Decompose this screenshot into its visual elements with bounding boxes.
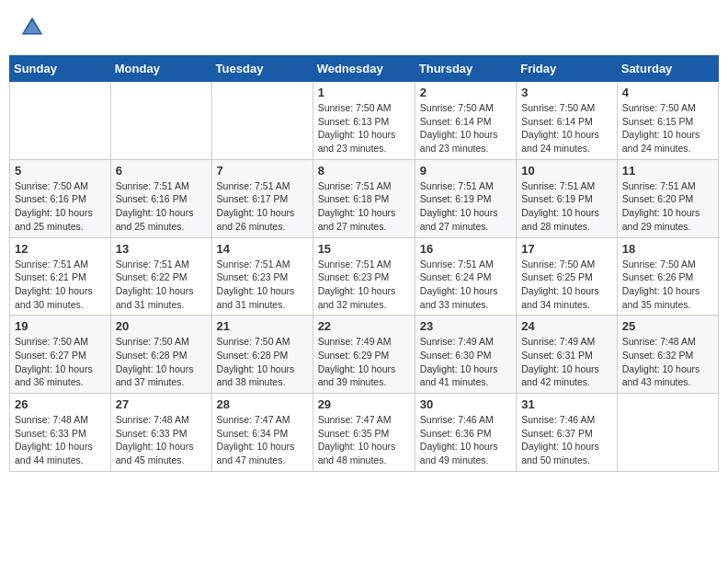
day-number: 15 <box>318 242 410 256</box>
logo-icon <box>18 14 46 41</box>
day-info: Sunrise: 7:49 AM Sunset: 6:31 PM Dayligh… <box>521 335 612 389</box>
calendar-cell: 17Sunrise: 7:50 AM Sunset: 6:25 PM Dayli… <box>517 237 618 316</box>
calendar-cell: 18Sunrise: 7:50 AM Sunset: 6:26 PM Dayli… <box>617 237 718 316</box>
calendar-week-4: 19Sunrise: 7:50 AM Sunset: 6:27 PM Dayli… <box>10 316 719 394</box>
column-header-friday: Friday <box>517 56 618 82</box>
day-number: 12 <box>15 242 106 256</box>
calendar-week-3: 12Sunrise: 7:51 AM Sunset: 6:21 PM Dayli… <box>10 237 719 316</box>
day-info: Sunrise: 7:50 AM Sunset: 6:28 PM Dayligh… <box>116 335 207 389</box>
day-number: 28 <box>217 397 308 411</box>
calendar-cell: 4Sunrise: 7:50 AM Sunset: 6:15 PM Daylig… <box>617 82 718 160</box>
day-info: Sunrise: 7:48 AM Sunset: 6:32 PM Dayligh… <box>622 335 713 389</box>
day-number: 13 <box>116 242 207 256</box>
day-number: 9 <box>420 164 511 178</box>
calendar-week-1: 1Sunrise: 7:50 AM Sunset: 6:13 PM Daylig… <box>10 82 719 160</box>
day-info: Sunrise: 7:51 AM Sunset: 6:19 PM Dayligh… <box>521 179 612 234</box>
day-info: Sunrise: 7:48 AM Sunset: 6:33 PM Dayligh… <box>15 413 106 467</box>
calendar-cell: 25Sunrise: 7:48 AM Sunset: 6:32 PM Dayli… <box>617 316 718 394</box>
logo <box>18 14 50 41</box>
calendar-cell <box>211 82 313 160</box>
calendar-cell: 15Sunrise: 7:51 AM Sunset: 6:23 PM Dayli… <box>313 237 415 316</box>
column-header-wednesday: Wednesday <box>313 56 415 82</box>
day-number: 16 <box>420 242 511 256</box>
day-number: 24 <box>521 319 612 333</box>
day-info: Sunrise: 7:50 AM Sunset: 6:15 PM Dayligh… <box>622 101 713 155</box>
calendar-header-row: SundayMondayTuesdayWednesdayThursdayFrid… <box>10 56 719 82</box>
calendar-cell <box>110 82 211 160</box>
calendar-cell: 19Sunrise: 7:50 AM Sunset: 6:27 PM Dayli… <box>10 316 111 394</box>
day-info: Sunrise: 7:47 AM Sunset: 6:34 PM Dayligh… <box>217 413 308 467</box>
day-number: 3 <box>521 86 612 99</box>
day-info: Sunrise: 7:51 AM Sunset: 6:19 PM Dayligh… <box>420 179 511 234</box>
calendar-cell: 28Sunrise: 7:47 AM Sunset: 6:34 PM Dayli… <box>211 394 313 472</box>
day-number: 21 <box>217 319 308 333</box>
column-header-sunday: Sunday <box>10 56 111 82</box>
day-number: 26 <box>15 397 106 411</box>
day-info: Sunrise: 7:50 AM Sunset: 6:14 PM Dayligh… <box>521 101 612 155</box>
day-number: 30 <box>420 397 511 411</box>
day-info: Sunrise: 7:48 AM Sunset: 6:33 PM Dayligh… <box>116 413 207 467</box>
calendar-cell: 3Sunrise: 7:50 AM Sunset: 6:14 PM Daylig… <box>517 82 618 160</box>
calendar-cell: 21Sunrise: 7:50 AM Sunset: 6:28 PM Dayli… <box>211 316 313 394</box>
column-header-thursday: Thursday <box>415 56 516 82</box>
day-info: Sunrise: 7:51 AM Sunset: 6:21 PM Dayligh… <box>15 258 106 312</box>
calendar-cell <box>10 82 111 160</box>
day-info: Sunrise: 7:50 AM Sunset: 6:27 PM Dayligh… <box>15 335 106 389</box>
calendar-cell: 27Sunrise: 7:48 AM Sunset: 6:33 PM Dayli… <box>110 394 211 472</box>
day-number: 1 <box>318 86 410 99</box>
calendar-cell: 30Sunrise: 7:46 AM Sunset: 6:36 PM Dayli… <box>415 394 516 472</box>
day-info: Sunrise: 7:51 AM Sunset: 6:16 PM Dayligh… <box>116 179 207 234</box>
calendar-cell: 14Sunrise: 7:51 AM Sunset: 6:23 PM Dayli… <box>211 237 313 316</box>
day-info: Sunrise: 7:51 AM Sunset: 6:23 PM Dayligh… <box>217 258 308 312</box>
day-number: 22 <box>318 319 410 333</box>
calendar-cell: 12Sunrise: 7:51 AM Sunset: 6:21 PM Dayli… <box>10 237 111 316</box>
calendar-cell: 7Sunrise: 7:51 AM Sunset: 6:17 PM Daylig… <box>211 159 313 237</box>
calendar-cell: 16Sunrise: 7:51 AM Sunset: 6:24 PM Dayli… <box>415 237 516 316</box>
calendar: SundayMondayTuesdayWednesdayThursdayFrid… <box>9 55 719 472</box>
calendar-cell: 1Sunrise: 7:50 AM Sunset: 6:13 PM Daylig… <box>313 82 415 160</box>
calendar-week-2: 5Sunrise: 7:50 AM Sunset: 6:16 PM Daylig… <box>10 159 719 237</box>
calendar-week-5: 26Sunrise: 7:48 AM Sunset: 6:33 PM Dayli… <box>10 394 719 472</box>
calendar-cell: 13Sunrise: 7:51 AM Sunset: 6:22 PM Dayli… <box>110 237 211 316</box>
day-number: 18 <box>622 242 713 256</box>
day-number: 20 <box>116 319 207 333</box>
calendar-cell: 29Sunrise: 7:47 AM Sunset: 6:35 PM Dayli… <box>313 394 415 472</box>
day-info: Sunrise: 7:46 AM Sunset: 6:36 PM Dayligh… <box>420 413 511 467</box>
day-info: Sunrise: 7:50 AM Sunset: 6:13 PM Dayligh… <box>318 101 410 155</box>
column-header-tuesday: Tuesday <box>211 56 313 82</box>
day-info: Sunrise: 7:51 AM Sunset: 6:17 PM Dayligh… <box>217 179 308 234</box>
day-info: Sunrise: 7:51 AM Sunset: 6:18 PM Dayligh… <box>318 179 410 234</box>
day-info: Sunrise: 7:51 AM Sunset: 6:24 PM Dayligh… <box>420 258 511 312</box>
day-info: Sunrise: 7:49 AM Sunset: 6:30 PM Dayligh… <box>420 335 511 389</box>
day-number: 10 <box>521 164 612 178</box>
day-number: 31 <box>521 397 612 411</box>
calendar-cell: 26Sunrise: 7:48 AM Sunset: 6:33 PM Dayli… <box>10 394 111 472</box>
column-header-saturday: Saturday <box>617 56 718 82</box>
day-info: Sunrise: 7:50 AM Sunset: 6:26 PM Dayligh… <box>622 258 713 312</box>
calendar-cell: 24Sunrise: 7:49 AM Sunset: 6:31 PM Dayli… <box>517 316 618 394</box>
day-number: 8 <box>318 164 410 178</box>
day-info: Sunrise: 7:49 AM Sunset: 6:29 PM Dayligh… <box>318 335 410 389</box>
day-number: 7 <box>217 164 308 178</box>
day-info: Sunrise: 7:47 AM Sunset: 6:35 PM Dayligh… <box>318 413 410 467</box>
day-number: 29 <box>318 397 410 411</box>
day-number: 17 <box>521 242 612 256</box>
day-info: Sunrise: 7:50 AM Sunset: 6:16 PM Dayligh… <box>15 179 106 234</box>
day-info: Sunrise: 7:51 AM Sunset: 6:23 PM Dayligh… <box>318 258 410 312</box>
day-info: Sunrise: 7:50 AM Sunset: 6:25 PM Dayligh… <box>521 258 612 312</box>
calendar-cell: 10Sunrise: 7:51 AM Sunset: 6:19 PM Dayli… <box>517 159 618 237</box>
calendar-cell: 6Sunrise: 7:51 AM Sunset: 6:16 PM Daylig… <box>110 159 211 237</box>
day-number: 11 <box>622 164 713 178</box>
day-number: 27 <box>116 397 207 411</box>
day-number: 5 <box>15 164 106 178</box>
day-info: Sunrise: 7:50 AM Sunset: 6:14 PM Dayligh… <box>420 101 511 155</box>
day-number: 4 <box>622 86 713 99</box>
day-number: 23 <box>420 319 511 333</box>
calendar-cell <box>617 394 718 472</box>
day-number: 6 <box>116 164 207 178</box>
day-info: Sunrise: 7:50 AM Sunset: 6:28 PM Dayligh… <box>217 335 308 389</box>
day-info: Sunrise: 7:51 AM Sunset: 6:20 PM Dayligh… <box>622 179 713 234</box>
day-number: 19 <box>15 319 106 333</box>
day-number: 14 <box>217 242 308 256</box>
calendar-cell: 9Sunrise: 7:51 AM Sunset: 6:19 PM Daylig… <box>415 159 516 237</box>
